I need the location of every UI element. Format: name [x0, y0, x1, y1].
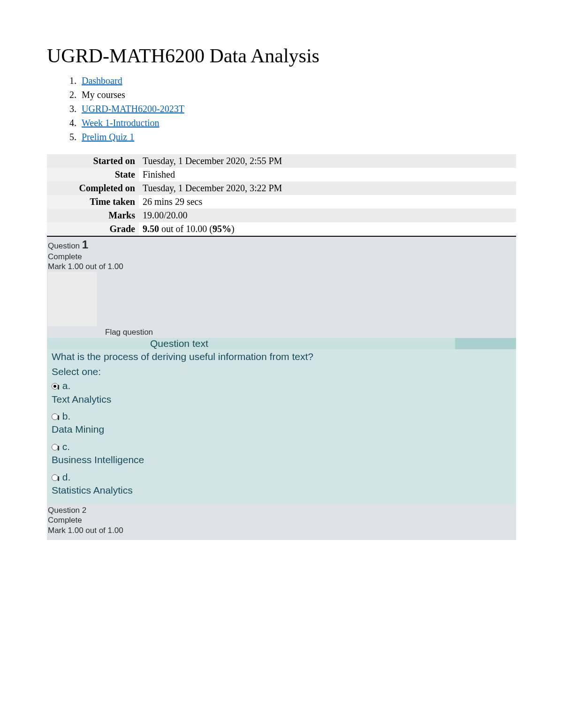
option-text: Data Mining [52, 423, 514, 436]
question-1-info: Question 1 Complete Mark 1.00 out of 1.0… [47, 237, 516, 338]
flag-question-link[interactable]: Flag question [105, 328, 153, 337]
summary-completed-value: Tuesday, 1 December 2020, 3:22 PM [139, 181, 516, 195]
breadcrumb: Dashboard My courses UGRD-MATH6200-2023T… [79, 74, 516, 144]
question-info-placeholder [48, 272, 97, 326]
radio-icon[interactable] [52, 413, 58, 420]
question-text-heading-block: Question text [47, 338, 516, 349]
radio-icon[interactable] [52, 383, 58, 390]
summary-started-label: Started on [47, 154, 139, 168]
summary-marks-value: 19.00/20.00 [139, 209, 516, 222]
breadcrumb-week[interactable]: Week 1-Introduction [82, 118, 160, 128]
question-mark: Mark 1.00 out of 1.00 [48, 262, 515, 271]
question-state: Complete [48, 252, 515, 262]
summary-time-label: Time taken [47, 195, 139, 209]
option-text: Text Analytics [52, 393, 514, 406]
summary-grade-value: 9.50 out of 10.00 (95%) [139, 222, 516, 236]
summary-started-value: Tuesday, 1 December 2020, 2:55 PM [139, 154, 516, 168]
radio-icon[interactable] [52, 474, 58, 481]
summary-completed-label: Completed on [47, 181, 139, 195]
question-2-info: Question 2 Complete Mark 1.00 out of 1.0… [47, 504, 516, 540]
summary-marks-label: Marks [47, 209, 139, 222]
breadcrumb-quiz[interactable]: Prelim Quiz 1 [82, 132, 134, 142]
summary-state-value: Finished [139, 168, 516, 181]
summary-time-value: 26 mins 29 secs [139, 195, 516, 209]
question-label: Question [48, 241, 82, 250]
question-label: Question [48, 506, 82, 515]
summary-grade-label: Grade [47, 222, 139, 236]
select-one-label: Select one: [52, 365, 514, 378]
option-c[interactable]: c. Business Intelligence [52, 440, 514, 467]
breadcrumb-dashboard[interactable]: Dashboard [82, 75, 122, 86]
question-mark: Mark 1.00 out of 1.00 [48, 525, 515, 535]
option-letter: d. [62, 471, 71, 484]
option-letter: c. [62, 440, 70, 453]
page-title: UGRD-MATH6200 Data Analysis [47, 45, 516, 67]
option-text: Statistics Analytics [52, 484, 514, 497]
option-letter: a. [62, 379, 71, 392]
option-text: Business Intelligence [52, 453, 514, 466]
breadcrumb-course[interactable]: UGRD-MATH6200-2023T [82, 104, 184, 114]
radio-icon[interactable] [52, 444, 58, 450]
option-a[interactable]: a. Text Analytics [52, 379, 514, 406]
question-number: 2 [82, 506, 86, 515]
question-prompt: What is the process of deriving useful i… [52, 350, 514, 363]
question-1-content: What is the process of deriving useful i… [47, 349, 516, 504]
summary-state-label: State [47, 168, 139, 181]
option-letter: b. [62, 410, 71, 423]
breadcrumb-mycourses: My courses [82, 90, 125, 100]
question-number: 1 [82, 238, 88, 251]
question-state: Complete [48, 515, 515, 525]
summary-table: Started on Tuesday, 1 December 2020, 2:5… [47, 154, 516, 237]
option-d[interactable]: d. Statistics Analytics [52, 471, 514, 497]
option-b[interactable]: b. Data Mining [52, 410, 514, 436]
question-text-heading: Question text [47, 338, 455, 349]
